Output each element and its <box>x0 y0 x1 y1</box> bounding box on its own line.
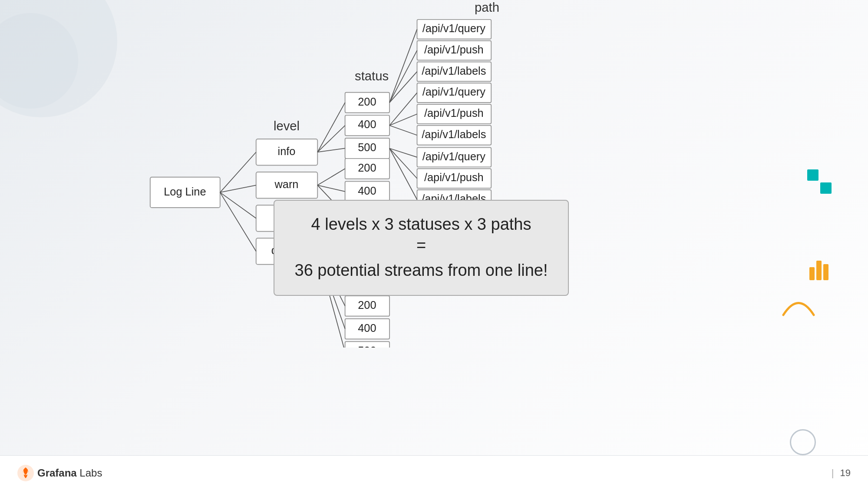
path-g1-query-text: /api/v1/query <box>422 22 486 34</box>
path-g2-query-text: /api/v1/query <box>422 86 486 98</box>
level-warn-text: warn <box>274 178 299 190</box>
path-g2-labels-text: /api/v1/labels <box>422 128 486 140</box>
status-debug-200-text: 200 <box>358 299 376 311</box>
root-to-debug-line <box>220 192 256 252</box>
info-box: 4 levels x 3 statuses x 3 paths = 36 pot… <box>274 200 569 296</box>
s-400-to-p-push-line <box>389 114 417 125</box>
slide-number-value: 19 <box>840 467 851 478</box>
svg-rect-0 <box>807 169 818 181</box>
deco-circle-bottomright <box>790 429 816 455</box>
warn-to-400-line <box>317 185 345 192</box>
svg-rect-3 <box>816 261 822 280</box>
slide: path status level Log Line info warn err… <box>0 0 868 490</box>
warn-to-200-line <box>317 169 345 185</box>
bottom-bar: Grafana Labs | 19 <box>0 455 868 490</box>
path-g2-push-text: /api/v1/push <box>424 107 484 119</box>
status-label: status <box>355 69 389 83</box>
info-to-200-line <box>317 103 345 152</box>
slide-number: | 19 <box>832 467 851 479</box>
svg-rect-1 <box>820 182 832 194</box>
path-g1-labels-text: /api/v1/labels <box>422 65 486 77</box>
info-box-line1: 4 levels x 3 statuses x 3 paths <box>292 214 551 235</box>
status-info-400-text: 400 <box>358 118 376 130</box>
arc-icon <box>781 295 816 319</box>
level-label: level <box>274 119 300 133</box>
status-info-200-text: 200 <box>358 96 376 108</box>
slide-number-divider: | <box>832 467 834 478</box>
path-label: path <box>475 0 499 14</box>
info-box-line2: = <box>292 235 551 256</box>
path-g3-query-text: /api/v1/query <box>422 150 486 162</box>
grafana-flame-icon <box>17 465 34 481</box>
info-to-500-line <box>317 148 345 152</box>
path-g3-push-text: /api/v1/push <box>424 171 484 183</box>
status-debug-500-text: 500 <box>358 344 376 348</box>
svg-rect-2 <box>809 267 815 280</box>
level-info-text: info <box>278 145 296 157</box>
svg-rect-4 <box>823 264 828 280</box>
grafana-logo: Grafana Labs <box>17 465 102 481</box>
info-box-line3: 36 potential streams from one line! <box>292 259 551 282</box>
info-to-400-line <box>317 126 345 152</box>
s-200-to-p-query-line <box>389 29 417 103</box>
status-warn-400-text: 400 <box>358 185 376 197</box>
root-node-text: Log Line <box>164 185 206 198</box>
bar-chart-icon <box>809 256 833 282</box>
path-g1-push-text: /api/v1/push <box>424 43 484 56</box>
status-warn-200-text: 200 <box>358 162 376 174</box>
teal-squares-icon <box>807 169 833 197</box>
status-info-500-text: 500 <box>358 141 376 153</box>
s-400-to-p-labels-line <box>389 126 417 135</box>
status-debug-400-text: 400 <box>358 322 376 334</box>
grafana-logo-text: Grafana Labs <box>37 467 102 479</box>
root-to-error-line <box>220 192 256 219</box>
